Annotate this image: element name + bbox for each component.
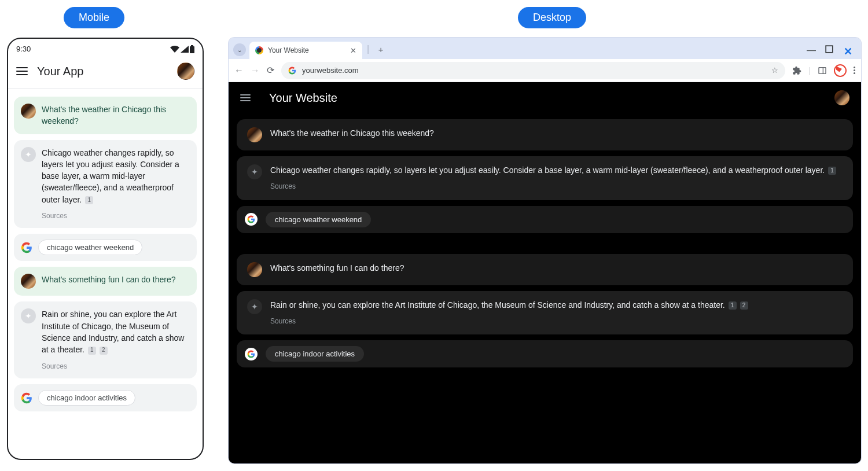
omnibox[interactable]: yourwebsite.com ☆ [281, 62, 785, 79]
desktop-frame: ⌄ Your Website ✕ | + — ✕ ← → ⟳ yourwebsi… [229, 38, 861, 463]
sources-label[interactable]: Sources [42, 211, 190, 221]
new-tab-button[interactable]: + [374, 42, 388, 56]
window-close-icon[interactable]: ✕ [844, 45, 852, 53]
user-message: What's the weather in Chicago this weeke… [14, 97, 197, 134]
ai-message: ✦ Chicago weather changes rapidly, so la… [14, 140, 197, 229]
wifi-icon [170, 46, 179, 53]
sources-label[interactable]: Sources [270, 182, 843, 192]
ai-message: ✦ Chicago weather changes rapidly, so la… [237, 156, 853, 200]
google-logo-icon [21, 242, 32, 253]
tab-separator: | [367, 44, 369, 54]
search-chip[interactable]: chicago indoor activities [38, 390, 135, 406]
citation-badge[interactable]: 1 [828, 167, 836, 175]
sparkle-icon: ✦ [251, 302, 258, 311]
sidebar-icon[interactable] [818, 66, 827, 75]
mobile-statusbar: 9:30 [8, 39, 203, 57]
maximize-icon[interactable] [825, 45, 833, 53]
sparkle-icon: ✦ [25, 311, 32, 321]
extensions-icon[interactable] [792, 66, 801, 75]
mobile-chat-body: What's the weather in Chicago this weeke… [8, 89, 203, 420]
message-text: What's the weather in Chicago this weeke… [270, 127, 843, 139]
app-title: Your App [37, 65, 168, 78]
svg-rect-0 [190, 46, 194, 53]
citation-badge[interactable]: 1 [85, 196, 93, 204]
citation-badge[interactable]: 2 [740, 301, 748, 310]
browser-tab[interactable]: Your Website ✕ [249, 42, 362, 59]
url-text: yourwebsite.com [302, 66, 359, 75]
user-message: What's something fun I can do there? [14, 267, 197, 296]
citation-badge[interactable]: 2 [100, 347, 108, 355]
forward-icon[interactable]: → [251, 65, 260, 76]
menu-icon[interactable] [240, 94, 251, 101]
user-avatar[interactable] [834, 90, 849, 105]
close-icon[interactable]: ✕ [350, 46, 356, 55]
user-avatar[interactable] [177, 62, 194, 80]
browser-menu-icon[interactable] [854, 67, 855, 74]
google-logo-icon [245, 213, 258, 226]
search-suggestion-row: chicago indoor activities [14, 384, 197, 411]
search-suggestion-row: chicago weather weekend [237, 206, 853, 233]
reload-icon[interactable]: ⟳ [267, 65, 274, 76]
site-header: Your Website [229, 82, 861, 113]
user-avatar-icon [21, 104, 36, 119]
user-avatar-icon [247, 262, 262, 277]
ai-avatar-icon: ✦ [247, 299, 262, 314]
svg-rect-1 [191, 45, 193, 46]
sparkle-icon: ✦ [25, 150, 32, 159]
ai-avatar-icon: ✦ [21, 308, 36, 323]
svg-rect-3 [819, 67, 826, 73]
browser-titlebar: ⌄ Your Website ✕ | + — ✕ [229, 38, 861, 59]
message-text: Rain or shine, you can explore the Art I… [270, 299, 843, 327]
cell-icon [181, 46, 189, 53]
svg-rect-2 [826, 46, 833, 53]
status-icons [170, 45, 194, 53]
back-icon[interactable]: ← [234, 65, 244, 76]
message-text: Chicago weather changes rapidly, so laye… [42, 147, 190, 222]
desktop-chat-body: What's the weather in Chicago this weeke… [229, 113, 861, 373]
window-controls: — ✕ [807, 45, 856, 53]
sparkle-icon: ✦ [251, 167, 258, 176]
google-logo-icon [245, 348, 258, 360]
mobile-frame: 9:30 Your App What's the weather in Chic… [7, 38, 204, 460]
search-chip[interactable]: chicago weather weekend [266, 212, 371, 227]
search-suggestion-row: chicago weather weekend [14, 234, 197, 261]
menu-icon[interactable] [16, 67, 28, 75]
message-text: What's the weather in Chicago this weeke… [42, 104, 190, 127]
mobile-header: Your App [8, 57, 203, 89]
site-title: Your Website [269, 91, 816, 105]
message-text: What's something fun I can do there? [42, 274, 190, 285]
search-chip[interactable]: chicago indoor activities [266, 346, 364, 362]
user-avatar-icon [21, 274, 36, 289]
favicon-icon [255, 46, 263, 54]
google-logo-icon [21, 392, 32, 404]
google-icon [288, 67, 296, 75]
minimize-icon[interactable]: — [807, 45, 815, 53]
user-avatar-icon [247, 127, 262, 142]
message-text: Rain or shine, you can explore the Art I… [42, 308, 190, 371]
user-message: What's the weather in Chicago this weeke… [237, 119, 853, 150]
search-suggestion-row: chicago indoor activities [237, 340, 853, 367]
sources-label[interactable]: Sources [42, 362, 190, 371]
tablist-chevron-icon[interactable]: ⌄ [233, 43, 246, 56]
ai-message: ✦ Rain or shine, you can explore the Art… [237, 291, 853, 335]
ai-avatar-icon: ✦ [247, 164, 262, 179]
star-icon[interactable]: ☆ [771, 66, 778, 75]
ai-message: ✦ Rain or shine, you can explore the Art… [14, 301, 197, 378]
tab-title: Your Website [268, 46, 309, 54]
toolbar-separator: | [808, 65, 811, 75]
ai-avatar-icon: ✦ [21, 147, 36, 162]
citation-badge[interactable]: 1 [88, 347, 96, 355]
desktop-app-body: Your Website What's the weather in Chica… [229, 82, 861, 463]
sources-label[interactable]: Sources [270, 317, 843, 326]
statusbar-time: 9:30 [16, 45, 31, 53]
search-chip[interactable]: chicago weather weekend [38, 240, 142, 255]
user-message: What's something fun I can do there? [237, 254, 853, 285]
mobile-label: Mobile [64, 7, 124, 28]
message-text: Chicago weather changes rapidly, so laye… [270, 164, 843, 192]
battery-icon [190, 45, 194, 53]
desktop-label: Desktop [518, 7, 586, 28]
browser-toolbar: ← → ⟳ yourwebsite.com ☆ | [229, 59, 861, 82]
profile-avatar[interactable] [834, 64, 847, 77]
message-text: What's something fun I can do there? [270, 262, 843, 274]
citation-badge[interactable]: 1 [729, 301, 737, 310]
